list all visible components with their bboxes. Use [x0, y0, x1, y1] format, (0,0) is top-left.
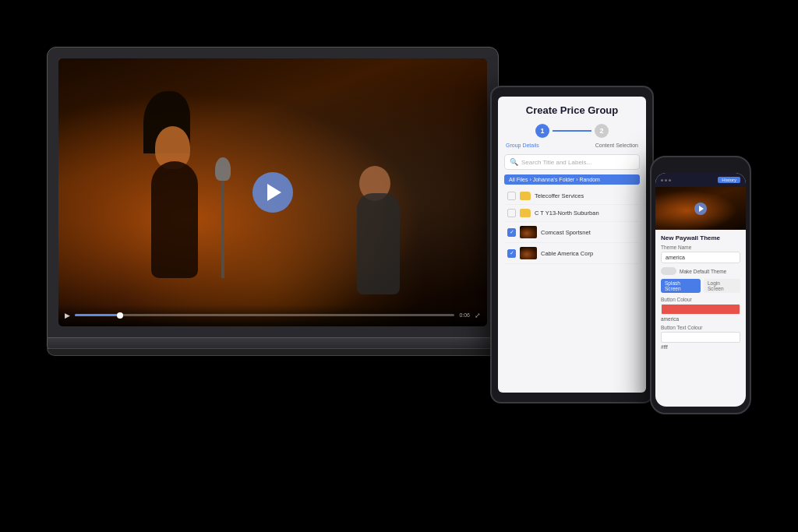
file-item[interactable]: Comcast Sportsnet: [504, 222, 640, 243]
breadcrumb-row: All Files › Johanna's Folder › Random: [504, 174, 640, 185]
tablet-device: Create Price Group 1 2 Group Details Con…: [490, 86, 654, 403]
dot-1: [661, 179, 663, 181]
phone-theme-name-input[interactable]: america: [661, 252, 740, 263]
file-name-4: Cable America Corp: [541, 250, 637, 257]
search-bar[interactable]: 🔍 Search Title and Labels...: [504, 154, 640, 170]
tablet-content: Create Price Group 1 2 Group Details Con…: [498, 97, 646, 272]
step-2-label: Content Selection: [595, 143, 638, 148]
phone-toggle-row: Make Default Theme: [661, 267, 740, 275]
guitarist-figure: [345, 162, 423, 294]
laptop-screen: ▶ 0:06 ⤢: [58, 58, 487, 326]
guitarist-body: [357, 193, 400, 294]
tablet-title: Create Price Group: [504, 104, 640, 116]
fullscreen-icon[interactable]: ⤢: [475, 312, 481, 319]
dot-2: [665, 179, 667, 181]
file-item[interactable]: Cable America Corp: [504, 243, 640, 264]
phone-theme-name-label: Theme Name: [661, 245, 740, 250]
file-item[interactable]: Telecoffer Services: [504, 188, 640, 205]
step-1-circle[interactable]: 1: [535, 124, 549, 138]
tablet-screen: Create Price Group 1 2 Group Details Con…: [498, 97, 646, 393]
phone-button-text-colour-row: #fff: [661, 332, 740, 350]
phone-button-colour-swatch[interactable]: [661, 304, 740, 315]
dot-3: [669, 179, 671, 181]
breadcrumb-text: All Files › Johanna's Folder › Random: [509, 177, 600, 182]
file-checkbox-2[interactable]: [507, 209, 516, 217]
step-1-label: Group Details: [506, 143, 539, 148]
progress-fill: [75, 314, 120, 316]
phone-play-icon: [699, 206, 704, 212]
play-icon: [267, 184, 281, 201]
phone-notch: [685, 164, 716, 170]
laptop: ▶ 0:06 ⤢: [47, 47, 499, 356]
phone-play-button[interactable]: [694, 203, 707, 215]
mic-stand: [221, 169, 224, 278]
play-button[interactable]: [252, 172, 293, 213]
scene: ▶ 0:06 ⤢ Create Price Group: [0, 0, 798, 532]
file-item[interactable]: C T Y13-North Suburban: [504, 205, 640, 222]
stepper: 1 2: [504, 124, 640, 138]
search-icon: 🔍: [510, 158, 518, 166]
file-name-1: Telecoffer Services: [535, 192, 637, 199]
phone-header: History: [655, 173, 746, 187]
phone-button-text-colour-label: Button Text Colour: [661, 325, 740, 330]
step-2-circle[interactable]: 2: [595, 124, 609, 138]
video-time: 0:06: [459, 312, 470, 318]
file-thumb-4: [520, 247, 537, 259]
file-list: Telecoffer Services C T Y13-North Suburb…: [504, 188, 640, 264]
phone-button-colour-value: america: [661, 316, 740, 322]
concert-video: ▶ 0:06 ⤢: [58, 58, 487, 326]
phone-tab-splash[interactable]: Splash Screen: [661, 279, 701, 293]
phone-tab-row: Splash Screen Login Screen: [661, 279, 740, 293]
phone-button-text-colour-swatch[interactable]: [661, 332, 740, 343]
mic-head: [215, 157, 231, 181]
progress-bar[interactable]: [75, 314, 454, 316]
phone-button-colour-row: america: [661, 304, 740, 322]
search-placeholder: Search Title and Labels...: [521, 159, 591, 166]
folder-icon-2: [520, 209, 531, 217]
phone-toggle[interactable]: [661, 267, 676, 275]
step-line: [553, 130, 591, 132]
laptop-body: ▶ 0:06 ⤢: [47, 47, 499, 338]
phone-video-thumb: [655, 187, 746, 230]
phone-device: History New Paywall Theme Theme Name ame…: [650, 156, 751, 414]
phone-tab-login[interactable]: Login Screen: [704, 279, 740, 293]
file-thumb-inner-3: [520, 226, 537, 238]
step-labels: Group Details Content Selection: [504, 143, 640, 148]
file-name-3: Comcast Sportsnet: [541, 229, 637, 236]
folder-icon-1: [520, 192, 531, 200]
laptop-base: [47, 338, 499, 349]
video-controls: ▶ 0:06 ⤢: [58, 305, 487, 326]
phone-button-colour-label: Button Colour: [661, 297, 740, 302]
progress-thumb: [117, 312, 123, 319]
laptop-stand: [47, 348, 499, 356]
phone-content: New Paywall Theme Theme Name america Mak…: [655, 230, 746, 358]
file-checkbox-1[interactable]: [507, 192, 516, 200]
file-checkbox-3[interactable]: [507, 228, 516, 237]
file-name-2: C T Y13-North Suburban: [535, 210, 637, 217]
phone-button-text-colour-value: #fff: [661, 344, 740, 350]
singer-figure: [136, 122, 229, 278]
phone-screen: History New Paywall Theme Theme Name ame…: [655, 173, 746, 407]
phone-header-dots: [661, 179, 671, 181]
play-ctrl-icon[interactable]: ▶: [65, 312, 70, 319]
file-thumb-inner-4: [520, 247, 537, 259]
phone-make-default-label: Make Default Theme: [680, 269, 726, 274]
singer-body: [151, 161, 198, 278]
file-checkbox-4[interactable]: [507, 249, 516, 258]
file-thumb-3: [520, 226, 537, 238]
phone-header-button[interactable]: History: [718, 177, 740, 183]
phone-section-title: New Paywall Theme: [661, 234, 740, 241]
